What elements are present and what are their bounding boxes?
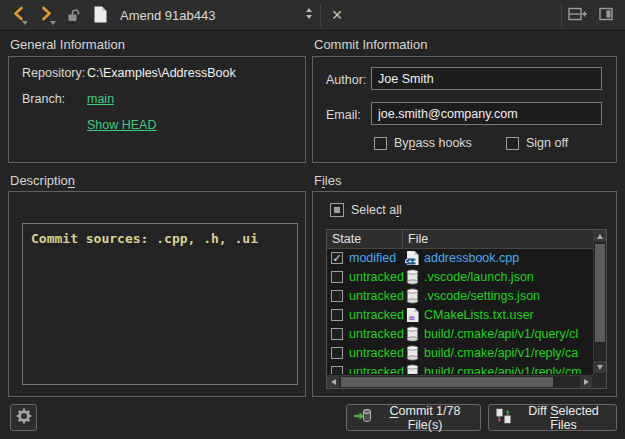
vertical-scrollbar[interactable] (593, 230, 606, 375)
row-checkbox[interactable] (331, 328, 343, 340)
diff-selected-files-button[interactable]: Diff Selected Files (488, 404, 617, 431)
cpp-file-icon: C++ (405, 250, 420, 266)
diff-button-label: Diff Selected Files (517, 404, 610, 432)
file-state: untracked (349, 346, 404, 360)
description-title: Description (10, 173, 75, 188)
open-document-selector[interactable]: Amend 91ab443 (114, 0, 320, 30)
description-group: Commit sources: .cpp, .h, .ui (8, 191, 306, 397)
repository-value: C:\Examples\AddressBook (87, 66, 236, 80)
file-name: .vscode/launch.json (424, 270, 592, 284)
close-split-icon (598, 6, 614, 25)
file-state: untracked (349, 308, 404, 322)
unlock-icon (66, 7, 82, 23)
close-icon: ✕ (331, 8, 343, 22)
table-row[interactable]: untracked build/.cmake/api/v1/reply/cm (327, 363, 593, 374)
commit-button-label: Commit 1/78 File(s) (376, 404, 474, 432)
description-editor[interactable]: Commit sources: .cpp, .h, .ui (22, 223, 298, 385)
scroll-down-button[interactable] (594, 361, 606, 373)
scroll-left-button[interactable] (327, 376, 339, 388)
sign-off-label: Sign off (526, 136, 568, 150)
column-divider[interactable] (402, 230, 403, 249)
author-field[interactable] (371, 67, 602, 90)
row-checkbox[interactable] (331, 290, 343, 302)
close-document-button[interactable]: ✕ (325, 3, 349, 27)
branch-link[interactable]: main (87, 92, 114, 106)
toolbar-separator-right (561, 4, 562, 26)
general-information-title: General Information (10, 37, 125, 52)
forward-dropdown-icon (50, 21, 56, 25)
row-checkbox[interactable] (331, 347, 343, 359)
scroll-right-button[interactable] (580, 376, 592, 388)
editor-toolbar: Amend 91ab443 ✕ (0, 0, 625, 31)
row-checkbox[interactable] (331, 309, 343, 321)
file-name: .vscode/settings.json (424, 289, 592, 303)
email-field[interactable] (371, 102, 602, 125)
row-checkbox[interactable]: ✓ (331, 252, 343, 264)
vertical-scrollbar-thumb[interactable] (595, 244, 605, 342)
author-label: Author: (326, 73, 366, 87)
branch-label: Branch: (22, 92, 65, 106)
select-all-label: Select all (351, 203, 402, 217)
partial-check-mark (334, 207, 340, 213)
back-dropdown-icon (22, 21, 28, 25)
file-name: build/.cmake/api/v1/query/cl (424, 327, 592, 341)
svg-text:∞: ∞ (408, 313, 416, 323)
horizontal-scrollbar[interactable] (327, 375, 593, 388)
updown-spinner-icon (306, 8, 312, 19)
script-file-icon (405, 345, 420, 361)
sign-off-checkbox[interactable] (506, 137, 519, 150)
file-name: addressbook.cpp (424, 251, 592, 265)
files-title: Files (314, 173, 341, 188)
split-editor-button[interactable] (567, 7, 589, 23)
script-file-icon (405, 269, 420, 285)
settings-button[interactable] (10, 404, 37, 431)
file-state: untracked (349, 270, 404, 284)
files-table-header: State File (327, 230, 593, 249)
document-icon (92, 5, 108, 24)
column-header-file[interactable]: File (408, 232, 428, 246)
svg-text:C++: C++ (405, 258, 417, 264)
show-head-link[interactable]: Show HEAD (87, 118, 156, 132)
back-button[interactable] (6, 3, 30, 27)
files-table: State File ✓ modified C++ addressbook.cp… (326, 229, 607, 389)
file-name: CMakeLists.txt.user (424, 308, 592, 322)
forward-button[interactable] (34, 3, 58, 27)
user-file-icon: ∞ (405, 307, 420, 323)
file-name: build/.cmake/api/v1/reply/cm (424, 365, 592, 374)
table-row[interactable]: untracked ∞ CMakeLists.txt.user (327, 306, 593, 325)
script-file-icon (405, 364, 420, 374)
horizontal-scrollbar-thumb[interactable] (341, 377, 553, 387)
git-commit-editor: Amend 91ab443 ✕ General Information Repo… (0, 0, 625, 439)
table-row[interactable]: untracked build/.cmake/api/v1/reply/ca (327, 344, 593, 363)
bypass-hooks-checkbox[interactable] (374, 137, 387, 150)
email-label: Email: (326, 108, 361, 122)
files-table-body: ✓ modified C++ addressbook.cpp untracked… (327, 249, 593, 374)
toolbar-separator (320, 4, 321, 26)
select-all-checkbox[interactable] (330, 203, 344, 217)
repository-label: Repository: (22, 66, 85, 80)
column-header-state[interactable]: State (332, 232, 361, 246)
script-file-icon (405, 326, 420, 342)
gear-icon (16, 408, 32, 427)
script-file-icon (405, 288, 420, 304)
file-state: untracked (349, 365, 404, 374)
commit-button[interactable]: Commit 1/78 File(s) (346, 404, 481, 431)
split-editor-icon (568, 6, 589, 25)
scroll-up-button[interactable] (594, 230, 606, 242)
row-checkbox[interactable] (331, 366, 343, 374)
commit-information-title: Commit Information (314, 37, 427, 52)
table-row[interactable]: ✓ modified C++ addressbook.cpp (327, 249, 593, 268)
table-row[interactable]: untracked build/.cmake/api/v1/query/cl (327, 325, 593, 344)
file-state: untracked (349, 327, 404, 341)
table-row[interactable]: untracked .vscode/launch.json (327, 268, 593, 287)
description-text: Commit sources: .cpp, .h, .ui (31, 231, 258, 246)
file-state: untracked (349, 289, 404, 303)
scrollbar-corner (593, 375, 606, 388)
commit-icon (353, 408, 371, 427)
close-split-button[interactable] (597, 7, 614, 23)
row-checkbox[interactable] (331, 271, 343, 283)
file-name: build/.cmake/api/v1/reply/ca (424, 346, 592, 360)
document-title: Amend 91ab443 (120, 8, 215, 23)
table-row[interactable]: untracked .vscode/settings.json (327, 287, 593, 306)
bypass-hooks-label: Bypass hooks (394, 136, 472, 150)
